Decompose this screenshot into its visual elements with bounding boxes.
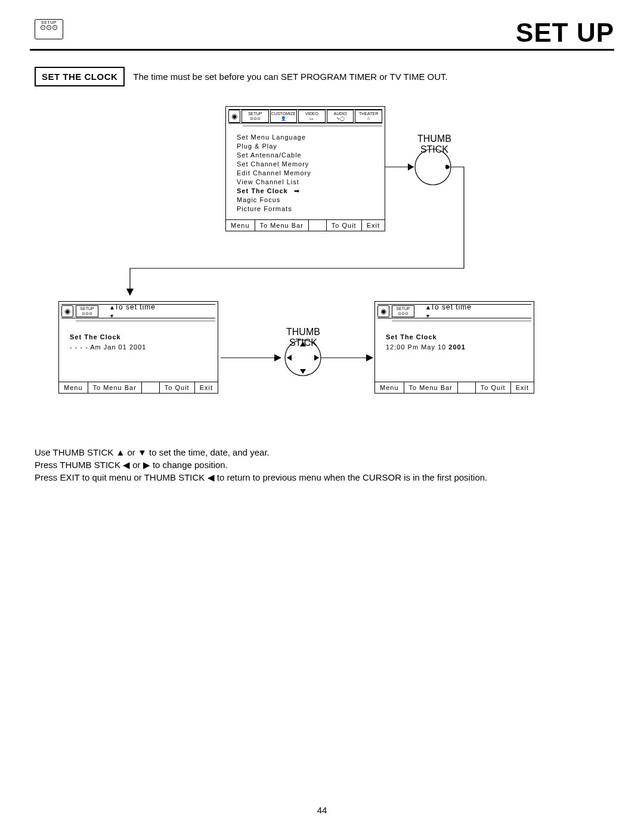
clock-title: Set The Clock	[386, 333, 523, 342]
page-number: 44	[0, 805, 644, 815]
menu-item-selected: Set The Clock➡	[237, 187, 374, 196]
menu-item: View Channel List	[237, 178, 374, 187]
menu-screen-main: ◉ SETUP⊙⊙⊙ CUSTOMIZE👤 VIDEO▭ AUDIO∿◯ THE…	[225, 106, 385, 231]
svg-marker-7	[274, 354, 281, 361]
footer-to-menu-bar: To Menu Bar	[255, 220, 309, 231]
menubar-single: ◉ SETUP⊙⊙⊙ ▴To set time▾	[377, 304, 531, 318]
tab-customize: CUSTOMIZE👤	[270, 110, 298, 123]
menubar-single: ◉ SETUP⊙⊙⊙ ▴To set time▾	[61, 304, 215, 318]
section-label-box: SET THE CLOCK	[35, 67, 125, 86]
to-set-time-label: ▴To set time▾	[426, 303, 472, 320]
menu-item: Picture Formats	[237, 205, 374, 213]
svg-marker-10	[300, 369, 306, 374]
instruction-line-2: Press THUMB STICK ◀ or ▶ to change posit…	[35, 459, 487, 471]
eye-icon: ◉	[228, 110, 240, 123]
footer-menu: Menu	[59, 382, 88, 393]
arrow-right-icon: ➡	[294, 187, 300, 196]
tab-theater: THEATER⌂	[355, 110, 382, 123]
clock-title: Set The Clock	[70, 333, 207, 342]
intro-text: The time must be set before you can SET …	[133, 72, 447, 82]
eye-icon: ◉	[61, 305, 73, 317]
instruction-line-1: Use THUMB STICK ▲ or ▼ to set the time, …	[35, 446, 487, 459]
diagram-area: THUMBSTICK THUMBSTICK ◉ SETUP⊙⊙⊙ CUSTOMI…	[35, 101, 609, 435]
tab-setup: SETUP⊙⊙⊙	[242, 110, 269, 123]
tab-audio: AUDIO∿◯	[327, 110, 354, 123]
tab-video: VIDEO▭	[298, 110, 326, 123]
footer-exit: Exit	[362, 220, 385, 231]
footer-to-quit: To Quit	[160, 382, 195, 393]
svg-marker-5	[126, 289, 134, 296]
footer-exit: Exit	[511, 382, 534, 393]
footer-to-menu-bar: To Menu Bar	[88, 382, 142, 393]
menu-body: Set Menu Language Plug & Play Set Antenn…	[226, 131, 385, 219]
clock-screen-left: ◉ SETUP⊙⊙⊙ ▴To set time▾ Set The Clock -…	[58, 301, 218, 394]
footer-menu: Menu	[375, 382, 404, 393]
intro-row: SET THE CLOCK The time must be set befor…	[35, 67, 448, 86]
menu-item: Plug & Play	[237, 142, 374, 151]
footer-to-menu-bar: To Menu Bar	[404, 382, 458, 393]
menu-item: Magic Focus	[237, 196, 374, 205]
footer-menu: Menu	[226, 220, 255, 231]
screen-footer: Menu To Menu Bar To Quit Exit	[59, 382, 218, 393]
svg-marker-12	[314, 355, 319, 361]
thumbstick-label-2: THUMBSTICK	[286, 327, 320, 348]
tab-setup: SETUP⊙⊙⊙	[392, 305, 414, 317]
thumbstick-label-1: THUMBSTICK	[417, 134, 451, 155]
menu-item: Set Menu Language	[237, 133, 374, 142]
instruction-line-3: Press EXIT to quit menu or THUMB STICK ◀…	[35, 471, 487, 484]
clock-value: 12:00 Pm May 10 2001	[386, 343, 523, 352]
footer-to-quit: To Quit	[476, 382, 511, 393]
svg-marker-14	[366, 354, 373, 361]
screen-footer: Menu To Menu Bar To Quit Exit	[226, 219, 385, 231]
menu-item: Set Channel Memory	[237, 160, 374, 169]
to-set-time-label: ▴To set time▾	[110, 303, 156, 320]
screen-footer: Menu To Menu Bar To Quit Exit	[375, 382, 534, 393]
svg-marker-11	[287, 355, 292, 361]
menu-item: Set Antenna/Cable	[237, 151, 374, 160]
clock-value: - - - - Am Jan 01 2001	[70, 343, 207, 352]
page-title: SET UP	[30, 18, 614, 51]
clock-body-right: Set The Clock 12:00 Pm May 10 2001	[375, 326, 534, 382]
clock-screen-right: ◉ SETUP⊙⊙⊙ ▴To set time▾ Set The Clock 1…	[374, 301, 534, 394]
instructions-block: Use THUMB STICK ▲ or ▼ to set the time, …	[35, 446, 487, 484]
svg-marker-1	[408, 163, 414, 171]
footer-exit: Exit	[195, 382, 218, 393]
tab-setup: SETUP⊙⊙⊙	[76, 305, 98, 317]
footer-to-quit: To Quit	[327, 220, 362, 231]
menu-item: Edit Channel Memory	[237, 169, 374, 178]
menubar: ◉ SETUP⊙⊙⊙ CUSTOMIZE👤 VIDEO▭ AUDIO∿◯ THE…	[228, 109, 382, 123]
clock-body-left: Set The Clock - - - - Am Jan 01 2001	[59, 326, 218, 382]
eye-icon: ◉	[377, 305, 389, 317]
